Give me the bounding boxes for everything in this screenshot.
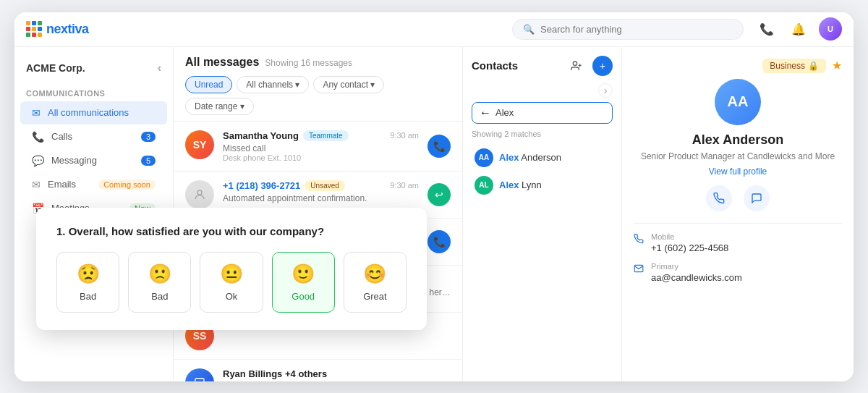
sidebar-item-messaging[interactable]: 💬 Messaging 5 <box>20 149 167 172</box>
messaging-icon: 💬 <box>32 155 44 166</box>
contact-message-btn[interactable] <box>744 185 770 211</box>
mobile-value: +1 (602) 225-4568 <box>651 242 728 253</box>
contact-email-info: Primary aa@candlewicks.com <box>634 262 842 283</box>
bad1-label: Bad <box>80 291 96 302</box>
logo-text: nextiva <box>46 22 89 37</box>
msg-time: 9:30 am <box>390 131 419 140</box>
svg-point-0 <box>197 190 202 195</box>
showing-matches: Showing 2 matches <box>472 130 613 138</box>
contact-phone-btn[interactable] <box>706 185 732 211</box>
contact-result-alex-anderson[interactable]: AA Alex Anderson <box>472 144 613 172</box>
filter-unread[interactable]: Unread <box>185 76 232 93</box>
panel-collapse-arrow[interactable]: › <box>598 83 613 98</box>
msg-subtext: Desk phone Ext. 1010 <box>223 153 419 162</box>
bad2-label: Bad <box>151 291 168 302</box>
sidebar-section-label: Communications <box>14 80 173 101</box>
survey-option-great[interactable]: 😊 Great <box>344 252 407 313</box>
msg-badge: Unsaved <box>305 180 344 191</box>
msg-action-phone[interactable]: 📞 <box>427 135 451 158</box>
ok-label: Ok <box>226 291 238 302</box>
msg-avatar <box>185 180 214 209</box>
star-icon[interactable]: ★ <box>832 59 842 73</box>
calls-icon: 📞 <box>32 131 44 143</box>
good-label: Good <box>292 291 315 302</box>
good-emoji: 🙂 <box>292 263 315 285</box>
message-item[interactable]: SY Samantha Young Teammate 9:30 am Misse… <box>174 122 462 172</box>
msg-name: +1 (218) 396-2721 <box>223 180 300 191</box>
phone-icon-btn[interactable]: 📞 <box>755 17 778 41</box>
msg-name: Samantha Young <box>223 130 299 141</box>
survey-option-ok[interactable]: 😐 Ok <box>200 252 263 313</box>
msg-avatar: SY <box>185 130 214 159</box>
messages-count: Showing 16 messages <box>265 58 352 68</box>
filter-row: Unread All channels ▾ Any contact ▾ Date… <box>185 76 451 115</box>
msg-avatar <box>185 368 214 381</box>
contact-mobile-info: Mobile +1 (602) 225-4568 <box>634 232 842 253</box>
sidebar-item-calls[interactable]: 📞 Calls 3 <box>20 125 167 148</box>
sidebar-item-all-communications[interactable]: ✉ All communications <box>20 101 167 124</box>
survey-option-bad1[interactable]: 😟 Bad <box>56 252 119 313</box>
all-comms-icon: ✉ <box>32 107 41 119</box>
contact-info-section: Mobile +1 (602) 225-4568 Primary aa@cand… <box>634 223 842 283</box>
contact-action-row <box>634 185 842 211</box>
msg-time: 9:30 am <box>390 181 419 190</box>
contact-search-input[interactable] <box>495 107 605 118</box>
contact-result-alex-lynn[interactable]: AL Alex Lynn <box>472 172 613 199</box>
survey-options: 😟 Bad 🙁 Bad 😐 Ok 🙂 Good 😊 Great <box>56 252 407 313</box>
account-name: ACME Corp. <box>26 62 85 74</box>
filter-channels[interactable]: All channels ▾ <box>237 76 309 93</box>
contacts-icons: + <box>566 56 613 76</box>
messages-title: All messages <box>185 56 259 69</box>
primary-value: aa@candlewicks.com <box>651 272 742 283</box>
search-bar[interactable]: 🔍 <box>512 19 744 40</box>
contact-avatar-aa: AA <box>475 148 493 167</box>
bad1-emoji: 😟 <box>77 263 100 285</box>
contact-search-box[interactable]: ← <box>472 102 613 124</box>
contact-detail-top: Business 🔒 ★ <box>634 59 842 73</box>
search-icon: 🔍 <box>523 24 535 35</box>
top-icons: 📞 🔔 U <box>755 17 842 41</box>
survey-question: 1. Overall, how satisfied are you with o… <box>56 225 407 237</box>
msg-action-phone[interactable]: 📞 <box>427 230 451 253</box>
contacts-panel: Contacts + › ← Showing 2 matches AA Al <box>463 47 622 381</box>
messages-header: All messages Showing 16 messages Unread … <box>174 47 462 122</box>
msg-content: Samantha Young Teammate 9:30 am Missed c… <box>223 130 419 162</box>
contact-name-alex-lynn: Alex Lynn <box>499 179 542 190</box>
survey-option-bad2[interactable]: 🙁 Bad <box>128 252 191 313</box>
msg-action-reply[interactable]: ↩ <box>427 183 451 206</box>
calls-badge: 3 <box>141 132 156 142</box>
top-bar: nextiva 🔍 📞 🔔 U <box>14 12 854 47</box>
ok-emoji: 😐 <box>220 263 243 285</box>
msg-content: Ryan Billings +4 others <box>223 368 451 381</box>
emails-icon: ✉ <box>32 179 41 190</box>
primary-label: Primary <box>651 262 742 271</box>
msg-badge: Teammate <box>303 130 349 141</box>
search-input[interactable] <box>540 24 656 35</box>
user-avatar[interactable]: U <box>819 17 842 41</box>
sidebar-item-label-calls: Calls <box>51 131 72 142</box>
view-full-profile-link[interactable]: View full profile <box>634 166 842 177</box>
sidebar-item-emails[interactable]: ✉ Emails Coming soon <box>20 173 167 196</box>
emails-tag: Coming soon <box>98 179 156 190</box>
msg-content: +1 (218) 396-2721 Unsaved 9:30 am Automa… <box>223 180 419 203</box>
survey-overlay: 1. Overall, how satisfied are you with o… <box>36 208 427 330</box>
svg-point-4 <box>573 62 576 65</box>
filter-contact[interactable]: Any contact ▾ <box>313 76 384 93</box>
contact-name-alex-anderson: Alex Anderson <box>499 152 561 163</box>
new-contact-btn[interactable]: + <box>592 56 613 76</box>
msg-name: Ryan Billings +4 others <box>223 368 327 379</box>
message-item[interactable]: Ryan Billings +4 others <box>174 360 462 381</box>
search-back-icon[interactable]: ← <box>480 106 491 119</box>
add-contact-icon[interactable] <box>566 56 587 76</box>
great-emoji: 😊 <box>363 263 386 285</box>
contact-title-text: Senior Product Manager at Candlewicks an… <box>634 151 842 163</box>
sidebar-item-label-all: All communications <box>48 107 129 118</box>
survey-option-good[interactable]: 🙂 Good <box>272 252 335 313</box>
logo-grid-icon <box>26 21 42 37</box>
bell-icon-btn[interactable]: 🔔 <box>787 17 810 41</box>
mobile-label: Mobile <box>651 232 728 241</box>
sidebar-account[interactable]: ACME Corp. ‹ <box>14 56 173 80</box>
sidebar-arrow-icon: ‹ <box>158 62 161 75</box>
messaging-badge: 5 <box>141 156 156 166</box>
filter-date[interactable]: Date range ▾ <box>185 98 254 115</box>
